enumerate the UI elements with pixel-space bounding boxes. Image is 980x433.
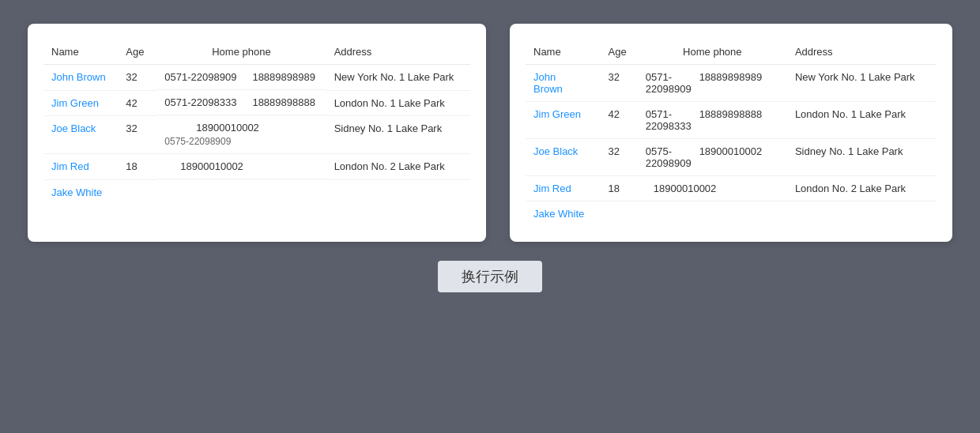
left-table-card: Name Age Home phone Address John Brown 3… xyxy=(28,24,486,242)
cell-phone: 0575-22098909 18900010002 xyxy=(638,139,787,176)
right-table: Name Age Home phone Address JohnBrown 32… xyxy=(526,40,937,226)
cell-age: 32 xyxy=(118,115,156,154)
cell-address: New York No. 1 Lake Park xyxy=(787,65,937,102)
cell-name[interactable]: JohnBrown xyxy=(526,65,601,102)
right-col-address: Address xyxy=(787,40,937,65)
cell-age: 18 xyxy=(118,154,156,180)
cell-name[interactable]: Jim Green xyxy=(43,90,118,115)
table-row: Joe Black 32 0575-22098909 18900010002 S… xyxy=(526,139,937,176)
cell-name[interactable]: Jake White xyxy=(43,179,118,205)
right-col-name: Name xyxy=(526,40,601,65)
cell-address xyxy=(326,179,470,205)
left-col-phone: Home phone xyxy=(156,40,326,65)
left-col-name: Name xyxy=(43,40,118,65)
cell-address: Sidney No. 1 Lake Park xyxy=(787,139,937,176)
cell-name[interactable]: Joe Black xyxy=(43,115,118,154)
cell-name[interactable]: Jim Red xyxy=(526,176,601,201)
cell-name[interactable]: Jim Red xyxy=(43,154,118,180)
table-row: Jake White xyxy=(43,179,470,205)
cell-phone: 0571-22098909 18889898989 xyxy=(156,65,326,90)
cell-name[interactable]: Joe Black xyxy=(526,139,601,176)
left-col-age: Age xyxy=(118,40,156,65)
cell-address: London No. 2 Lake Park xyxy=(326,154,470,180)
cell-address: New York No. 1 Lake Park xyxy=(326,65,470,91)
table-row: Jim Green 42 0571-22098333 18889898888 L… xyxy=(526,102,937,139)
cell-age: 32 xyxy=(118,65,156,91)
cell-phone: 0571-22098333 18889898888 xyxy=(638,102,787,139)
cell-phone: 18900010002 0575-22098909 xyxy=(156,115,326,154)
left-col-address: Address xyxy=(326,40,470,65)
cell-age: 32 xyxy=(601,65,638,102)
right-col-phone: Home phone xyxy=(638,40,787,65)
cell-age: 18 xyxy=(601,176,638,201)
cell-name[interactable]: Jim Green xyxy=(526,102,601,139)
right-table-card: Name Age Home phone Address JohnBrown 32… xyxy=(510,24,952,242)
cell-age xyxy=(118,179,156,205)
table-row: Joe Black 32 18900010002 0575-22098909 S… xyxy=(43,115,470,154)
table-row: Jim Red 18 18900010002 London No. 2 Lake… xyxy=(526,176,937,201)
cell-age: 32 xyxy=(601,139,638,176)
left-table: Name Age Home phone Address John Brown 3… xyxy=(43,40,470,205)
cell-address: Sidney No. 1 Lake Park xyxy=(326,115,470,154)
cell-address xyxy=(787,201,937,227)
cell-address: London No. 1 Lake Park xyxy=(787,102,937,139)
cell-address: London No. 2 Lake Park xyxy=(787,176,937,201)
cell-phone: 18900010002 xyxy=(638,176,787,201)
bottom-label: 换行示例 xyxy=(438,261,542,292)
table-row: Jake White xyxy=(526,201,937,227)
table-row: JohnBrown 32 0571-22098909 18889898989 N… xyxy=(526,65,937,102)
cell-address: London No. 1 Lake Park xyxy=(326,90,470,115)
table-row: Jim Red 18 18900010002 London No. 2 Lake… xyxy=(43,154,470,180)
cell-age: 42 xyxy=(601,102,638,139)
right-col-age: Age xyxy=(601,40,638,65)
cell-phone: 18900010002 xyxy=(156,154,326,179)
cell-name[interactable]: Jake White xyxy=(526,201,601,227)
cell-phone xyxy=(638,201,787,227)
tables-container: Name Age Home phone Address John Brown 3… xyxy=(16,24,964,242)
cell-age: 42 xyxy=(118,90,156,115)
cell-name[interactable]: John Brown xyxy=(43,65,118,91)
cell-phone: 0571-22098909 18889898989 xyxy=(638,65,787,102)
cell-phone: 0571-22098333 18889898888 xyxy=(156,90,326,115)
cell-age xyxy=(601,201,638,227)
table-row: John Brown 32 0571-22098909 18889898989 … xyxy=(43,65,470,91)
table-row: Jim Green 42 0571-22098333 18889898888 L… xyxy=(43,90,470,115)
cell-phone xyxy=(156,179,326,205)
